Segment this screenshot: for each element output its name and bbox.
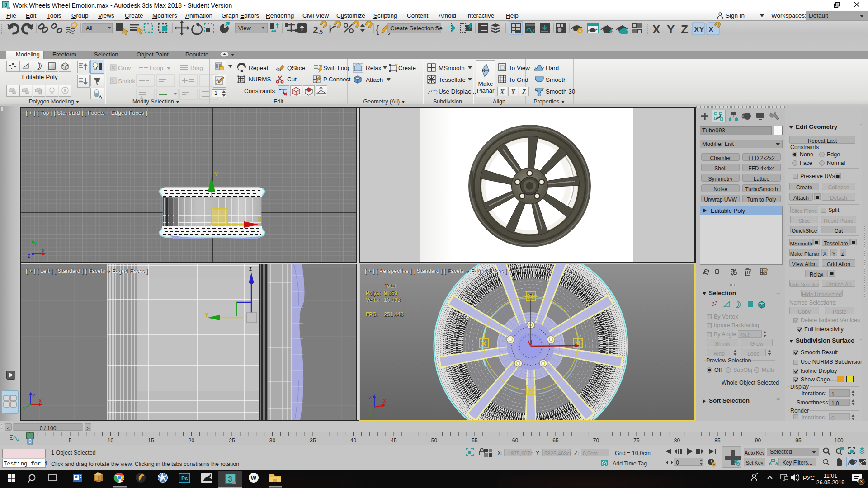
- svg-text:All: All: [86, 25, 93, 32]
- svg-text:10: 10: [108, 437, 114, 444]
- svg-text:Cut: Cut: [287, 76, 297, 83]
- svg-text:MSmooth: MSmooth: [439, 65, 465, 71]
- svg-text:Smooth: Smooth: [546, 76, 567, 83]
- svg-text:2: 2: [313, 24, 318, 35]
- svg-text:Relax: Relax: [366, 65, 382, 71]
- svg-text:To Grid: To Grid: [509, 76, 528, 83]
- svg-text:Swift Loop: Swift Loop: [323, 65, 349, 71]
- svg-text:Z: Z: [681, 23, 688, 36]
- svg-text:x: x: [383, 398, 386, 404]
- svg-text:100: 100: [834, 437, 843, 444]
- svg-text:X: X: [258, 216, 262, 223]
- svg-text:55: 55: [472, 437, 478, 444]
- svg-text:70: 70: [593, 437, 599, 444]
- svg-text:Z: Z: [522, 89, 526, 95]
- svg-text:Planar: Planar: [476, 87, 495, 94]
- svg-text:30: 30: [269, 437, 276, 444]
- svg-text:View: View: [238, 25, 251, 32]
- svg-text:25: 25: [229, 437, 235, 444]
- svg-text:Shrink: Shrink: [118, 78, 135, 84]
- svg-text:.5: .5: [318, 29, 323, 35]
- svg-text:Ps: Ps: [181, 475, 188, 482]
- svg-text:75: 75: [633, 437, 640, 444]
- svg-text:Ring: Ring: [190, 65, 203, 71]
- svg-text:Smooth 30: Smooth 30: [546, 88, 575, 95]
- svg-text:85: 85: [714, 437, 721, 444]
- svg-text:Make: Make: [478, 80, 493, 87]
- svg-text:Create: Create: [398, 65, 416, 71]
- svg-text:X: X: [652, 23, 660, 36]
- svg-text:15: 15: [148, 437, 154, 444]
- svg-text:Repeat: Repeat: [249, 65, 269, 71]
- svg-text:Y: Y: [214, 171, 218, 178]
- svg-text:5: 5: [69, 437, 72, 444]
- svg-text:45: 45: [391, 437, 397, 444]
- svg-text:W: W: [251, 474, 257, 481]
- svg-text:Attach: Attach: [366, 76, 383, 83]
- svg-text:50: 50: [431, 437, 438, 444]
- svg-text:z: z: [249, 266, 252, 272]
- svg-text:Tessellate: Tessellate: [439, 76, 466, 83]
- svg-text:Loop: Loop: [150, 65, 163, 71]
- svg-text:90: 90: [755, 437, 761, 444]
- svg-text:P Connect: P Connect: [323, 76, 351, 83]
- svg-text:NURMS: NURMS: [249, 76, 271, 83]
- svg-text:40: 40: [350, 437, 357, 444]
- svg-text:Y: Y: [205, 312, 208, 318]
- svg-text:To View: To View: [509, 65, 530, 71]
- svg-text:20: 20: [189, 437, 195, 444]
- svg-text:11:01: 11:01: [824, 473, 837, 479]
- svg-text:30: 30: [537, 94, 541, 97]
- svg-text:95: 95: [795, 437, 802, 444]
- svg-text:3: 3: [860, 479, 863, 484]
- svg-text:y: y: [370, 411, 373, 417]
- svg-text:0: 0: [28, 438, 31, 444]
- svg-text:y: y: [23, 405, 25, 411]
- svg-text:z: z: [529, 292, 532, 299]
- svg-text:{: {: [376, 23, 379, 35]
- svg-text:35: 35: [310, 437, 316, 444]
- svg-text:QSlice: QSlice: [287, 65, 305, 71]
- svg-text:80: 80: [674, 437, 680, 444]
- svg-text:26.05.2019: 26.05.2019: [816, 479, 845, 486]
- svg-text:Hard: Hard: [546, 65, 559, 71]
- svg-text:65: 65: [552, 437, 559, 444]
- svg-text:X: X: [500, 89, 505, 95]
- svg-text:3: 3: [228, 475, 232, 483]
- svg-text:x: x: [39, 398, 42, 404]
- svg-text:Create Selection Se: Create Selection Se: [390, 25, 443, 32]
- svg-text:X: X: [708, 25, 714, 34]
- svg-text:РУС: РУС: [803, 474, 815, 481]
- svg-text:Grow: Grow: [118, 65, 131, 71]
- svg-text:Y: Y: [667, 23, 675, 36]
- svg-text:60: 60: [512, 437, 519, 444]
- svg-text:z: z: [33, 392, 35, 399]
- svg-text:Use Displac...: Use Displac...: [439, 88, 476, 95]
- svg-text:Y: Y: [511, 89, 516, 95]
- svg-text:z: z: [369, 394, 372, 400]
- svg-text:XY: XY: [694, 25, 704, 34]
